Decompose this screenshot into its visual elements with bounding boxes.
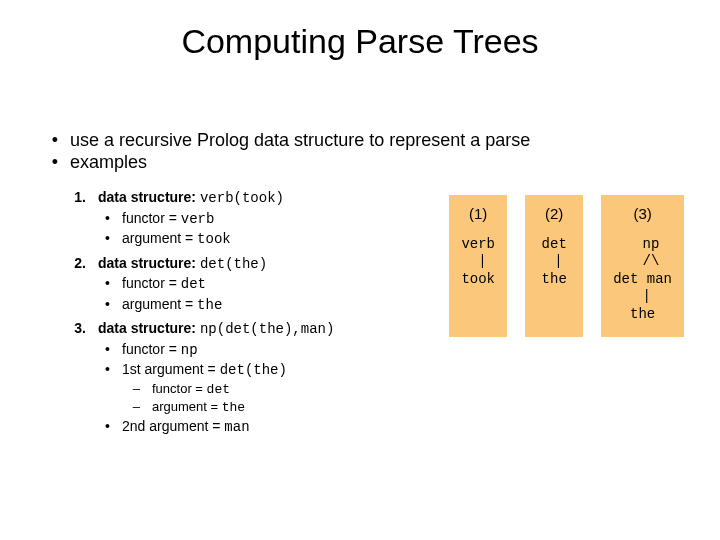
sub2-code: the [222,400,245,415]
tree-box-2: (2)det | the [525,195,583,337]
box-body: verb | took [461,236,495,287]
box-body: det | the [542,236,567,287]
sub2-code: det [207,382,230,397]
tree-boxes: (1)verb | took (2)det | the (3) np /\ de… [449,195,684,337]
sub-code: np [181,342,198,358]
box-body: np /\ det man | the [613,236,672,322]
sub-code: verb [181,211,215,227]
item-code: np(det(the),man) [200,321,334,337]
sub-label: functor = [122,275,177,291]
sub-code: the [197,297,222,313]
sub-code: det(the) [220,362,287,378]
item-label: data structure: [98,255,196,271]
sub2-label: functor = [152,381,203,396]
bullet-dot: • [40,152,70,174]
bullet-dot: • [40,130,70,152]
item-label: data structure: [98,320,196,336]
tree-box-3: (3) np /\ det man | the [601,195,684,337]
item-number: 2. [40,255,98,274]
box-head: (1) [461,205,495,224]
sub-label: argument = [122,230,193,246]
top-bullet-1: use a recursive Prolog data structure to… [70,130,690,152]
sub-code: man [224,419,249,435]
sub2-label: argument = [152,399,218,414]
slide-title: Computing Parse Trees [0,22,720,61]
top-bullets: • use a recursive Prolog data structure … [40,130,690,173]
item-code: det(the) [200,256,267,272]
sub-code: took [197,231,231,247]
box-head: (2) [537,205,571,224]
sub-label: 1st argument = [122,361,216,377]
item-number: 3. [40,320,98,339]
sub-label: argument = [122,296,193,312]
box-head: (3) [613,205,672,224]
tree-box-1: (1)verb | took [449,195,507,337]
content-area: • use a recursive Prolog data structure … [40,130,690,437]
item-label: data structure: [98,189,196,205]
sub-label: functor = [122,341,177,357]
item-code: verb(took) [200,190,284,206]
sub-label: functor = [122,210,177,226]
item-number: 1. [40,189,98,208]
sub-label: 2nd argument = [122,418,220,434]
examples-list: 1. data structure: verb(took) •functor =… [40,183,449,437]
top-bullet-2: examples [70,152,690,174]
sub-code: det [181,276,206,292]
